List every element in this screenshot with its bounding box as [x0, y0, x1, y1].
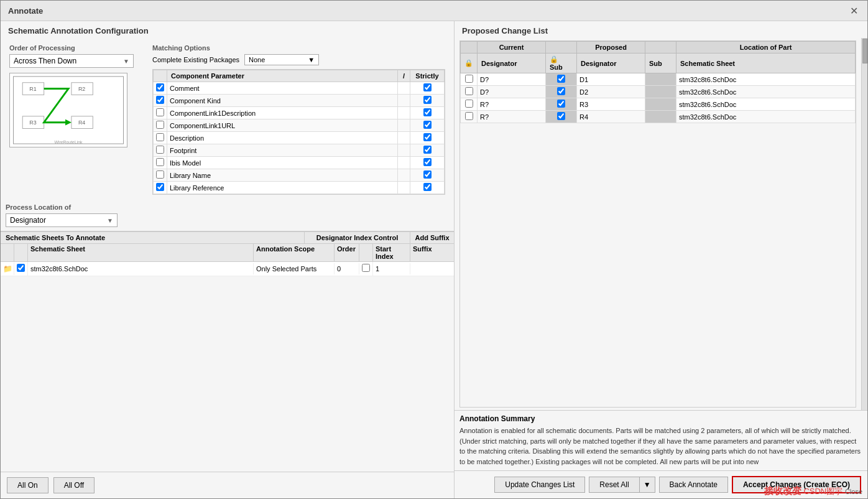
back-annotate-button[interactable]: Back Annotate [659, 477, 728, 493]
all-on-button[interactable]: All On [7, 477, 48, 493]
complete-row: Complete Existing Packages None ▼ [152, 54, 445, 65]
proposed-cb-cell[interactable] [461, 111, 478, 123]
current-sub-cell[interactable] [546, 111, 577, 123]
strictly-checkbox[interactable] [423, 83, 432, 91]
strictly-cb-cell[interactable] [410, 107, 445, 119]
sheet-start-index: 1 [373, 263, 410, 274]
strictly-checkbox[interactable] [423, 96, 432, 104]
strictly-checkbox[interactable] [423, 121, 432, 129]
sub-checkbox[interactable] [557, 100, 565, 108]
reset-all-arrow[interactable]: ▼ [639, 477, 655, 493]
param-row: ComponentLink1URL [154, 119, 445, 132]
annotation-summary: Annotation Summary Annotation is enabled… [455, 410, 867, 470]
proposed-checkbox[interactable] [465, 75, 473, 83]
proposed-table: Current Proposed Location of Part 🔒 Desi… [460, 41, 856, 123]
strictly-cb-cell[interactable] [410, 144, 445, 157]
location: stm32c8t6.SchDoc [676, 86, 856, 98]
current-sub-cell[interactable] [546, 86, 577, 98]
close-label[interactable]: Close [845, 488, 862, 495]
param-checkbox[interactable] [156, 133, 164, 141]
left-top-area: Order of Processing Across Then Down ▼ R… [1, 38, 454, 201]
order-checkbox[interactable] [362, 264, 370, 272]
update-changes-button[interactable]: Update Changes List [494, 477, 585, 493]
param-cb-cell[interactable] [154, 157, 167, 169]
param-checkbox[interactable] [156, 158, 164, 166]
col-start-index: Start Index [373, 244, 410, 261]
param-checkbox[interactable] [156, 108, 164, 116]
order-checkbox-cell[interactable] [359, 262, 373, 276]
param-cb-cell[interactable] [154, 95, 167, 107]
process-dropdown[interactable]: Designator ▼ [6, 213, 118, 227]
sheet-checkbox-cell[interactable] [14, 262, 28, 276]
sub-checkbox[interactable] [557, 75, 565, 83]
proposed-cb-cell[interactable] [461, 98, 478, 111]
strictly-cb-cell[interactable] [410, 119, 445, 132]
svg-text:R4: R4 [78, 119, 85, 126]
right-panel: Proposed Change List Current Proposed [455, 21, 867, 498]
complete-dropdown[interactable]: None ▼ [244, 54, 319, 65]
right-panel-title: Proposed Change List [455, 21, 867, 38]
order-dropdown[interactable]: Across Then Down ▼ [9, 54, 134, 68]
param-row: Footprint [154, 144, 445, 157]
sheets-subheader: Schematic Sheet Annotation Scope Order S… [1, 244, 454, 262]
sheets-header-area: Schematic Sheets To Annotate Designator … [1, 231, 454, 244]
sub-checkbox[interactable] [557, 87, 565, 95]
strictly-checkbox[interactable] [423, 146, 432, 154]
process-label: Process Location of [6, 203, 449, 211]
right-scrollbar[interactable] [861, 38, 867, 410]
param-name: Description [167, 132, 398, 144]
param-cb-cell[interactable] [154, 182, 167, 194]
proposed-checkbox[interactable] [465, 112, 473, 120]
strictly-checkbox[interactable] [423, 158, 432, 166]
strictly-checkbox[interactable] [423, 133, 432, 141]
proposed-sub [645, 98, 676, 111]
close-button[interactable]: ✕ [847, 4, 860, 17]
watermark: 接收改变 CSDN图宇 Close [759, 484, 867, 498]
sub-checkbox[interactable] [557, 112, 565, 120]
proposed-cb-cell[interactable] [461, 86, 478, 98]
strictly-checkbox[interactable] [423, 170, 432, 179]
sheets-title: Schematic Sheets To Annotate [1, 232, 305, 243]
complete-label: Complete Existing Packages [152, 56, 239, 63]
param-cb-cell[interactable] [154, 119, 167, 132]
strictly-cb-cell[interactable] [410, 132, 445, 144]
sheet-checkbox[interactable] [17, 264, 25, 272]
current-sub-cell[interactable] [546, 98, 577, 111]
strictly-cb-cell[interactable] [410, 169, 445, 182]
param-checkbox[interactable] [156, 121, 164, 129]
sheets-table-wrapper[interactable]: 📁 stm32c8t6.SchDoc Only Selected Parts 0… [1, 262, 454, 472]
strictly-cb-cell[interactable] [410, 157, 445, 169]
param-checkbox[interactable] [156, 170, 164, 179]
col-proposed-des: Designator [577, 54, 645, 73]
proposed-area: Current Proposed Location of Part 🔒 Desi… [455, 38, 867, 410]
reset-all-button[interactable]: Reset All [589, 477, 639, 493]
proposed-checkbox[interactable] [465, 100, 473, 108]
proposed-table-wrapper[interactable]: Current Proposed Location of Part 🔒 Desi… [459, 40, 856, 408]
param-cb-cell[interactable] [154, 107, 167, 119]
strictly-checkbox[interactable] [423, 183, 432, 191]
strictly-cb-cell[interactable] [410, 182, 445, 194]
current-designator: R? [478, 98, 546, 111]
param-checkbox[interactable] [156, 83, 164, 91]
all-off-button[interactable]: All Off [53, 477, 95, 493]
svg-text:R1: R1 [29, 86, 36, 92]
param-cb-cell[interactable] [154, 144, 167, 157]
param-cb-cell[interactable] [154, 169, 167, 182]
strictly-cb-cell[interactable] [410, 82, 445, 95]
strictly-checkbox[interactable] [423, 108, 432, 116]
params-table-wrapper[interactable]: Component Parameter / Strictly Comment C… [152, 69, 445, 195]
title-bar: Annotate ✕ [1, 1, 867, 21]
param-checkbox[interactable] [156, 183, 164, 191]
param-row: Comment [154, 82, 445, 95]
param-checkbox[interactable] [156, 96, 164, 104]
param-cb-cell[interactable] [154, 132, 167, 144]
proposed-checkbox[interactable] [465, 87, 473, 95]
param-checkbox[interactable] [156, 146, 164, 154]
params-table: Component Parameter / Strictly Comment C… [153, 70, 445, 194]
strictly-cb-cell[interactable] [410, 95, 445, 107]
svg-text:R2: R2 [78, 86, 85, 92]
current-sub-cell[interactable] [546, 73, 577, 86]
proposed-designator: D2 [577, 86, 645, 98]
param-cb-cell[interactable] [154, 82, 167, 95]
proposed-cb-cell[interactable] [461, 73, 478, 86]
